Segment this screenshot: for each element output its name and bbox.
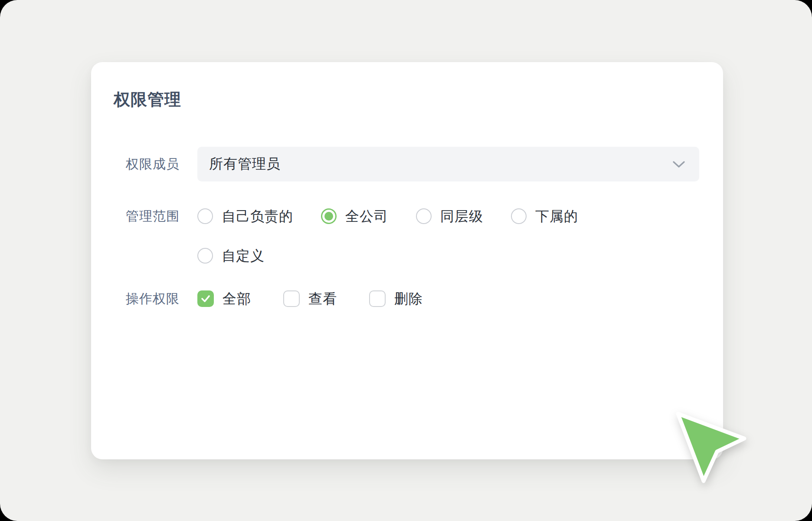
chevron-down-icon: [672, 160, 685, 168]
member-row: 权限成员 所有管理员: [126, 147, 723, 181]
scope-row: 管理范围 自己负责的全公司同层级下属的自定义: [126, 208, 723, 264]
radio-unselected-icon[interactable]: [416, 208, 432, 224]
member-label: 权限成员: [126, 147, 197, 181]
radio-unselected-icon[interactable]: [197, 248, 213, 264]
actions-checkbox-group: 全部查看删除: [197, 290, 423, 307]
radio-unselected-icon[interactable]: [197, 208, 213, 224]
green-arrow-cursor-icon: [668, 403, 759, 494]
radio-unselected-icon[interactable]: [511, 208, 527, 224]
scope-label: 管理范围: [126, 208, 197, 224]
scope-option-label: 自定义: [222, 248, 265, 264]
member-select[interactable]: 所有管理员: [197, 147, 699, 181]
scope-radio-option[interactable]: 下属的: [511, 208, 578, 224]
permission-card: 权限管理 权限成员 所有管理员 管理范围 自己负责的全公司同层级下属的自定义 操…: [91, 62, 723, 459]
member-select-value: 所有管理员: [209, 155, 281, 174]
actions-option-label: 查看: [308, 291, 337, 307]
checkmark-icon: [200, 294, 211, 303]
checkbox-unchecked-icon[interactable]: [283, 290, 300, 307]
actions-checkbox-option[interactable]: 查看: [283, 290, 337, 307]
actions-option-label: 全部: [223, 291, 251, 307]
scope-radio-option[interactable]: 自定义: [197, 248, 265, 264]
checkbox-checked-icon[interactable]: [197, 290, 214, 307]
scope-radio-option[interactable]: 全公司: [321, 208, 388, 224]
scope-option-label: 自己负责的: [222, 208, 293, 224]
permission-form: 权限成员 所有管理员 管理范围 自己负责的全公司同层级下属的自定义 操作权限 全…: [126, 147, 723, 307]
actions-row: 操作权限 全部查看删除: [126, 290, 723, 307]
scope-radio-option[interactable]: 自己负责的: [197, 208, 293, 224]
page-background: 权限管理 权限成员 所有管理员 管理范围 自己负责的全公司同层级下属的自定义 操…: [0, 0, 812, 521]
scope-option-label: 全公司: [345, 208, 388, 224]
checkbox-unchecked-icon[interactable]: [369, 290, 386, 307]
actions-checkbox-option[interactable]: 全部: [197, 290, 251, 307]
page-title: 权限管理: [114, 90, 723, 109]
radio-dot: [324, 212, 333, 221]
actions-label: 操作权限: [126, 290, 197, 307]
actions-checkbox-option[interactable]: 删除: [369, 290, 423, 307]
scope-option-label: 下属的: [535, 208, 578, 224]
actions-option-label: 删除: [394, 291, 423, 307]
radio-selected-icon[interactable]: [321, 208, 337, 224]
scope-radio-option[interactable]: 同层级: [416, 208, 483, 224]
scope-radio-group: 自己负责的全公司同层级下属的自定义: [197, 208, 605, 264]
scope-option-label: 同层级: [440, 208, 483, 224]
